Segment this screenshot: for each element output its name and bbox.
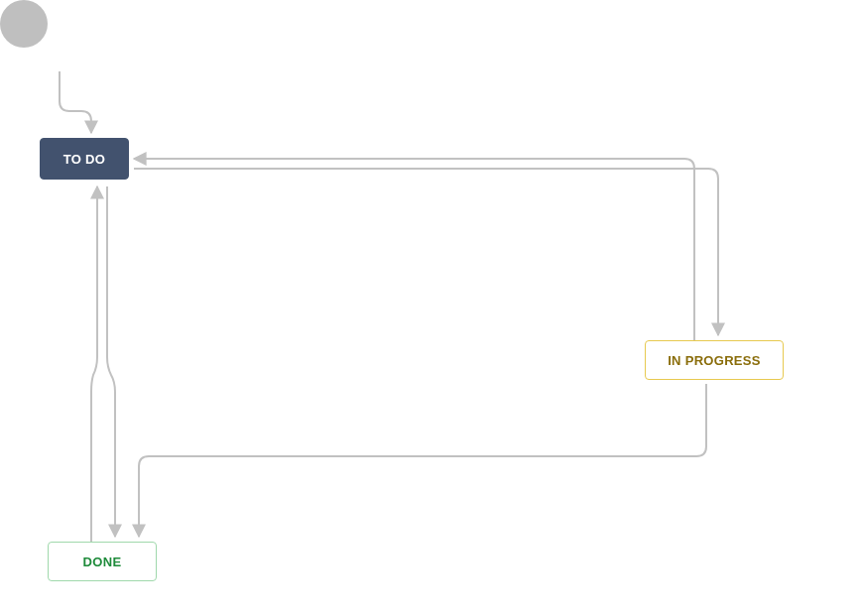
status-label: IN PROGRESS [668,353,761,368]
status-node-todo[interactable]: TO DO [40,138,129,180]
transition-inprogress-to-todo [134,159,694,340]
transition-inprogress-to-done [139,384,706,537]
status-node-done[interactable]: DONE [48,542,157,581]
status-label: DONE [83,554,122,569]
transition-start-to-todo [60,71,91,133]
transition-todo-to-done [107,186,115,537]
status-node-inprogress[interactable]: IN PROGRESS [645,340,784,380]
workflow-start-node[interactable] [0,0,48,48]
workflow-connectors [0,0,860,616]
status-label: TO DO [63,152,105,167]
transition-todo-to-inprogress [134,169,718,335]
transition-done-to-todo [91,186,97,542]
